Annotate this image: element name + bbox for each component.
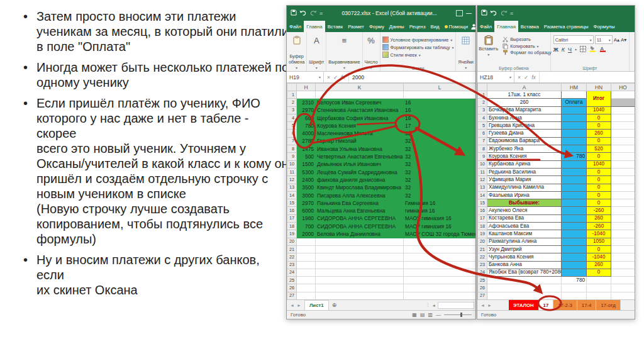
cell[interactable]: 16 bbox=[404, 114, 476, 121]
cell[interactable] bbox=[404, 238, 476, 245]
row-header[interactable]: 5 bbox=[478, 122, 487, 130]
cell[interactable] bbox=[562, 292, 587, 299]
row-header[interactable]: 2 bbox=[478, 99, 487, 106]
fill-color-icon[interactable] bbox=[589, 45, 596, 53]
cell[interactable] bbox=[611, 214, 635, 222]
column-header-K[interactable]: K bbox=[316, 84, 404, 91]
ribbon-options-icon[interactable] bbox=[456, 10, 463, 16]
cell[interactable] bbox=[611, 223, 635, 230]
cell[interactable] bbox=[611, 230, 635, 238]
normal-view-icon[interactable]: ▦ bbox=[412, 312, 417, 318]
undo-icon[interactable] bbox=[299, 10, 307, 17]
cell[interactable]: 1040 bbox=[587, 106, 611, 114]
cell[interactable]: Чупрынова Ксения bbox=[487, 253, 562, 261]
ribbon-tab-8[interactable]: Вид bbox=[428, 21, 442, 32]
zoom-slider[interactable] bbox=[444, 314, 472, 315]
cell[interactable] bbox=[562, 223, 587, 230]
select-all-corner[interactable] bbox=[478, 84, 487, 91]
cell[interactable]: Акуленко Олеся bbox=[487, 207, 562, 214]
cell[interactable]: 2000 bbox=[297, 230, 316, 238]
cell-itog-header[interactable]: Итог bbox=[587, 91, 611, 107]
cell[interactable]: 520 bbox=[587, 145, 611, 153]
fx-icon[interactable]: fx bbox=[341, 74, 345, 81]
cell[interactable]: Банкова Анна bbox=[487, 261, 562, 269]
cell[interactable] bbox=[316, 245, 404, 253]
cell[interactable]: 0 bbox=[587, 199, 611, 207]
cell-oplata-header[interactable]: Оплата bbox=[562, 99, 587, 106]
cell[interactable]: 16 bbox=[404, 106, 476, 114]
row-header[interactable]: 27 bbox=[287, 292, 297, 299]
horizontal-scrollbar[interactable] bbox=[438, 302, 474, 309]
cell[interactable]: 0 bbox=[587, 269, 611, 276]
row-header[interactable]: 17 bbox=[287, 214, 297, 222]
cell[interactable] bbox=[297, 238, 316, 245]
cell[interactable]: Демьянюк Илья Иванович bbox=[316, 160, 404, 168]
cell[interactable]: Бочкарёва Маргарита bbox=[487, 106, 562, 114]
cell[interactable]: 32 bbox=[404, 145, 476, 153]
grow-font-icon[interactable]: А▴ bbox=[614, 37, 619, 43]
cell[interactable]: 0 bbox=[587, 153, 611, 160]
row-header[interactable]: 20 bbox=[478, 238, 487, 245]
cell[interactable] bbox=[562, 214, 587, 222]
font-name-select[interactable]: Calibri▾ bbox=[553, 35, 594, 44]
cell[interactable]: 32 bbox=[404, 153, 476, 160]
cell[interactable] bbox=[611, 114, 635, 121]
row-header[interactable]: 23 bbox=[478, 261, 487, 269]
ribbon-tab-1[interactable]: Файл bbox=[287, 21, 304, 32]
row-header[interactable]: 26 bbox=[478, 284, 487, 292]
cell[interactable] bbox=[611, 99, 635, 106]
bold-button[interactable]: Ж bbox=[553, 47, 558, 53]
cell[interactable] bbox=[316, 292, 404, 299]
cell[interactable] bbox=[611, 160, 635, 168]
cell[interactable] bbox=[587, 284, 611, 292]
clipboard-group[interactable]: Буфер обмена▾ bbox=[287, 32, 307, 71]
styles-item-1[interactable]: Условное форматирование▾ bbox=[382, 36, 453, 43]
cell[interactable] bbox=[297, 91, 316, 99]
cell[interactable]: Якобюк Ева (возврат 780+2080) bbox=[487, 269, 562, 276]
row-header[interactable]: 24 bbox=[287, 269, 297, 276]
row-header[interactable]: 12 bbox=[478, 176, 487, 184]
ribbon-tab-1[interactable]: Файл bbox=[477, 21, 494, 32]
cell[interactable] bbox=[487, 277, 562, 284]
account-icon[interactable] bbox=[470, 21, 475, 32]
cell[interactable] bbox=[562, 137, 587, 145]
column-header-A[interactable]: A bbox=[487, 84, 562, 91]
cell[interactable]: 700 bbox=[297, 223, 316, 230]
row-header[interactable]: 20 bbox=[287, 238, 297, 245]
row-header[interactable]: 4 bbox=[287, 114, 297, 121]
formula-input[interactable] bbox=[540, 72, 635, 82]
cell[interactable] bbox=[562, 145, 587, 153]
format-painter-button[interactable]: Формат по образцу bbox=[502, 50, 551, 55]
row-header[interactable]: 4 bbox=[478, 114, 487, 121]
cell[interactable] bbox=[404, 284, 476, 292]
cell[interactable] bbox=[487, 284, 562, 292]
cell[interactable] bbox=[316, 261, 404, 269]
undo-icon[interactable] bbox=[490, 10, 497, 17]
next-sheet-icon[interactable]: ► bbox=[487, 303, 492, 308]
cell[interactable]: Каштанов Максим bbox=[487, 230, 562, 238]
cell[interactable]: 660 bbox=[297, 114, 316, 121]
cell[interactable] bbox=[562, 230, 587, 238]
cell[interactable] bbox=[297, 277, 316, 284]
prev-sheet-icon[interactable]: ◄ bbox=[480, 303, 485, 308]
save-icon[interactable] bbox=[481, 9, 487, 17]
save-icon[interactable] bbox=[291, 9, 297, 17]
cell[interactable]: Лещёва Сумайя Садриддиновна bbox=[316, 168, 404, 175]
cell[interactable]: гимназия 16 bbox=[404, 207, 476, 214]
cell[interactable]: 1040 bbox=[587, 160, 611, 168]
cell[interactable]: Костарева Ева bbox=[487, 214, 562, 222]
cell[interactable] bbox=[562, 207, 587, 214]
cell[interactable]: СИДОРОВА АННА СЕРГЕЕВНА bbox=[316, 223, 404, 230]
row-header[interactable]: 25 bbox=[287, 277, 297, 284]
cell[interactable] bbox=[316, 253, 404, 261]
cell[interactable] bbox=[297, 245, 316, 253]
next-sheet-icon[interactable]: ► bbox=[297, 303, 301, 308]
cell[interactable]: Иванова Ульяна Ивановна bbox=[316, 145, 404, 153]
row-header[interactable]: 5 bbox=[287, 122, 297, 130]
row-header[interactable]: 17 bbox=[478, 214, 487, 222]
cell[interactable] bbox=[611, 207, 635, 214]
sheet-tab-17-отд[interactable]: 17-отд bbox=[596, 300, 620, 310]
row-header[interactable]: 24 bbox=[478, 269, 487, 276]
cut-button[interactable]: Вырезать bbox=[502, 36, 530, 42]
cell[interactable]: Гимназия 16 bbox=[404, 199, 476, 207]
